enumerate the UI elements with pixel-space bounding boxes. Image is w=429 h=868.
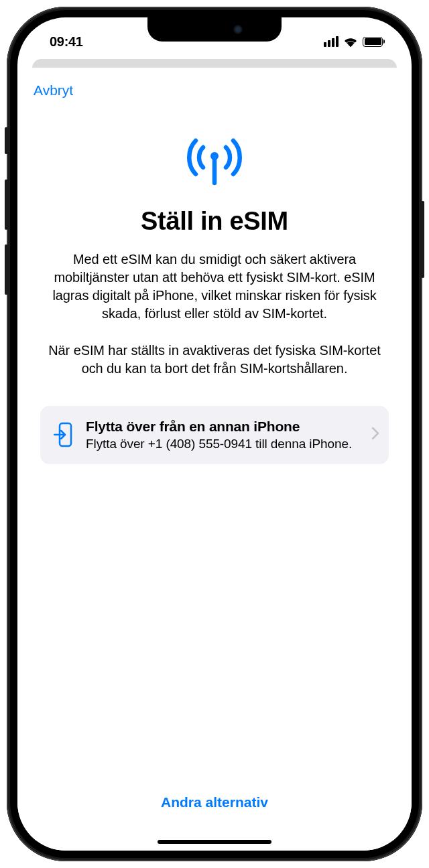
wifi-icon	[343, 36, 358, 47]
sheet-header: Avbryt	[17, 68, 412, 105]
other-options-button[interactable]: Andra alternativ	[161, 794, 268, 810]
transfer-from-iphone-option[interactable]: Flytta över från en annan iPhone Flytta …	[40, 406, 389, 464]
description-paragraph-2: När eSIM har ställts in avaktiveras det …	[40, 342, 389, 378]
cancel-button[interactable]: Avbryt	[34, 82, 73, 98]
page-title: Ställ in eSIM	[40, 207, 389, 236]
chevron-right-icon	[371, 427, 379, 443]
volume-down-button	[5, 244, 8, 295]
home-indicator[interactable]	[158, 840, 271, 844]
option-title: Flytta över från en annan iPhone	[86, 418, 359, 435]
content-area: Ställ in eSIM Med ett eSIM kan du smidig…	[17, 105, 412, 851]
front-camera	[233, 25, 243, 34]
volume-up-button	[5, 179, 8, 230]
option-text: Flytta över från en annan iPhone Flytta …	[86, 418, 359, 452]
phone-frame: 09:41	[7, 7, 422, 861]
silence-switch	[5, 127, 8, 154]
screen: 09:41	[17, 17, 412, 851]
status-time: 09:41	[50, 34, 83, 50]
transfer-in-icon	[52, 421, 74, 448]
power-button	[421, 201, 424, 278]
option-subtitle: Flytta över +1 (408) 555-0941 till denna…	[86, 436, 359, 452]
description-paragraph-1: Med ett eSIM kan du smidigt och säkert a…	[40, 250, 389, 323]
cellular-antenna-icon	[40, 132, 389, 186]
status-indicators	[324, 36, 385, 47]
modal-sheet: Avbryt Ställ in eSIM	[17, 68, 412, 851]
battery-icon	[363, 37, 385, 47]
notch	[147, 17, 282, 42]
cellular-signal-icon	[324, 36, 339, 47]
